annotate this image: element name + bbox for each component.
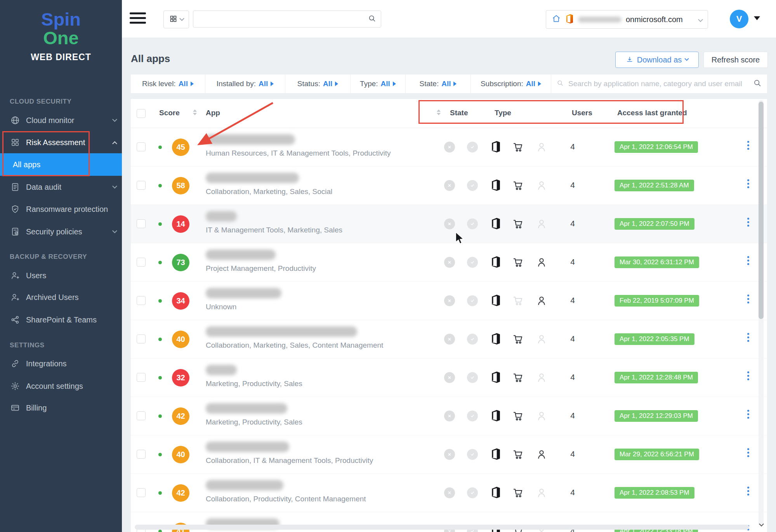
row-checkbox[interactable] <box>137 450 146 459</box>
state-blocked-icon[interactable] <box>444 142 455 152</box>
refresh-score-button[interactable]: Refresh score <box>703 52 768 68</box>
sort-state[interactable] <box>437 109 441 115</box>
app-name-redacted[interactable] <box>206 403 287 414</box>
access-last-granted-badge: Apr 1, 2022 2:05:35 PM <box>615 333 694 345</box>
app-name-redacted[interactable] <box>206 134 295 145</box>
account-menu-caret[interactable] <box>754 16 760 20</box>
avatar[interactable]: V <box>730 10 748 28</box>
row-checkbox[interactable] <box>137 219 146 228</box>
search-icon[interactable] <box>753 79 762 89</box>
row-menu-kebab[interactable] <box>745 141 751 150</box>
filter-status[interactable]: Status:All <box>285 75 351 93</box>
hamburger-menu-button[interactable] <box>130 12 146 26</box>
table-row: 32 Marketing, Productivity, Sales 4 Apr … <box>131 359 767 397</box>
state-allowed-icon[interactable] <box>467 334 478 345</box>
app-name-redacted[interactable] <box>206 480 283 490</box>
tenant-selector[interactable]: onmicrosoft.com <box>546 10 708 29</box>
view-switcher-button[interactable] <box>163 10 189 28</box>
state-allowed-icon[interactable] <box>467 372 478 383</box>
row-checkbox[interactable] <box>137 411 146 420</box>
sidebar-item-billing[interactable]: Billing <box>10 402 116 414</box>
sidebar-item-archived-users[interactable]: Archived Users <box>10 291 116 303</box>
row-menu-kebab[interactable] <box>745 448 751 457</box>
row-menu-kebab[interactable] <box>745 333 751 342</box>
user-plus-icon <box>10 293 20 302</box>
select-all-checkbox[interactable] <box>137 109 146 118</box>
apps-search-box <box>551 75 767 93</box>
app-name-redacted[interactable] <box>206 288 281 298</box>
state-allowed-icon[interactable] <box>467 257 478 268</box>
search-icon[interactable] <box>368 14 376 24</box>
row-menu-kebab[interactable] <box>745 295 751 303</box>
row-menu-kebab[interactable] <box>745 179 751 188</box>
app-name-redacted[interactable] <box>206 326 357 337</box>
sidebar-item-account-settings[interactable]: Account settings <box>10 380 116 392</box>
app-name-redacted[interactable] <box>206 173 299 183</box>
row-menu-kebab[interactable] <box>745 487 751 496</box>
app-name-redacted[interactable] <box>206 365 237 375</box>
state-allowed-icon[interactable] <box>467 449 478 460</box>
state-blocked-icon[interactable] <box>444 372 455 383</box>
status-dot <box>158 453 162 456</box>
sidebar-item-cloud-monitor[interactable]: Cloud monitor <box>10 114 116 126</box>
state-blocked-icon[interactable] <box>444 218 455 229</box>
user-installed-icon <box>536 410 547 422</box>
row-menu-kebab[interactable] <box>745 371 751 380</box>
user-installed-icon <box>536 372 547 383</box>
row-checkbox[interactable] <box>137 258 146 267</box>
vertical-scrollbar-thumb[interactable] <box>759 102 764 319</box>
app-categories: Collaboration, Marketing, Sales, Content… <box>206 341 383 350</box>
filter-risk-level[interactable]: Risk level:All <box>131 75 205 93</box>
sidebar-item-risk-assessment[interactable]: Risk Assessment <box>10 137 116 148</box>
scroll-down-arrow[interactable] <box>758 522 764 528</box>
sidebar-item-security-policies[interactable]: Security policies <box>10 226 116 237</box>
filter-type[interactable]: Type:All <box>351 75 406 93</box>
state-blocked-icon[interactable] <box>444 257 455 268</box>
state-allowed-icon[interactable] <box>467 487 478 498</box>
state-blocked-icon[interactable] <box>444 295 455 306</box>
sidebar-item-ransomware-protection[interactable]: Ransomware protection <box>10 203 116 215</box>
row-checkbox[interactable] <box>137 181 146 190</box>
app-name-redacted[interactable] <box>206 250 276 260</box>
triangle-right-icon <box>271 81 274 86</box>
table-header: Score App State Type Users Access last g… <box>131 99 767 128</box>
sidebar-item-sharepoint-teams[interactable]: SharePoint & Teams <box>10 314 116 326</box>
users-count: 4 <box>567 488 578 497</box>
app-name-redacted[interactable] <box>206 442 289 452</box>
sidebar-item-data-audit[interactable]: Data audit <box>10 181 116 193</box>
download-as-button[interactable]: Download as <box>615 52 699 68</box>
user-installed-icon <box>536 333 547 345</box>
state-blocked-icon[interactable] <box>444 487 455 498</box>
global-search-input[interactable] <box>198 14 368 24</box>
row-menu-kebab[interactable] <box>745 410 751 419</box>
state-allowed-icon[interactable] <box>467 218 478 229</box>
row-menu-kebab[interactable] <box>745 256 751 265</box>
marketplace-cart-icon <box>512 487 524 499</box>
state-blocked-icon[interactable] <box>444 334 455 345</box>
row-checkbox[interactable] <box>137 373 146 382</box>
row-checkbox[interactable] <box>137 296 146 305</box>
state-allowed-icon[interactable] <box>467 142 478 152</box>
app-name-redacted[interactable] <box>206 211 237 222</box>
row-checkbox[interactable] <box>137 334 146 343</box>
sort-score[interactable] <box>193 109 197 115</box>
row-checkbox[interactable] <box>137 142 146 151</box>
sidebar-item-all-apps[interactable]: All apps <box>0 153 122 176</box>
state-blocked-icon[interactable] <box>444 449 455 460</box>
filter-installed-by[interactable]: Installed by:All <box>205 75 285 93</box>
state-allowed-icon[interactable] <box>467 180 478 191</box>
horizontal-scrollbar[interactable] <box>135 525 749 530</box>
filter-subscription[interactable]: Subscription:All <box>471 75 551 93</box>
sidebar-item-users[interactable]: Users <box>10 270 116 281</box>
marketplace-cart-icon <box>512 372 524 383</box>
state-allowed-icon[interactable] <box>467 295 478 306</box>
filter-state[interactable]: State:All <box>406 75 471 93</box>
state-blocked-icon[interactable] <box>444 411 455 421</box>
apps-search-input[interactable] <box>568 79 767 88</box>
state-blocked-icon[interactable] <box>444 180 455 191</box>
row-checkbox[interactable] <box>137 488 146 497</box>
table-row: 42 Marketing, Productivity, Sales 4 Apr … <box>131 397 767 435</box>
sidebar-item-integrations[interactable]: Integrations <box>10 358 116 369</box>
state-allowed-icon[interactable] <box>467 411 478 421</box>
row-menu-kebab[interactable] <box>745 218 751 227</box>
